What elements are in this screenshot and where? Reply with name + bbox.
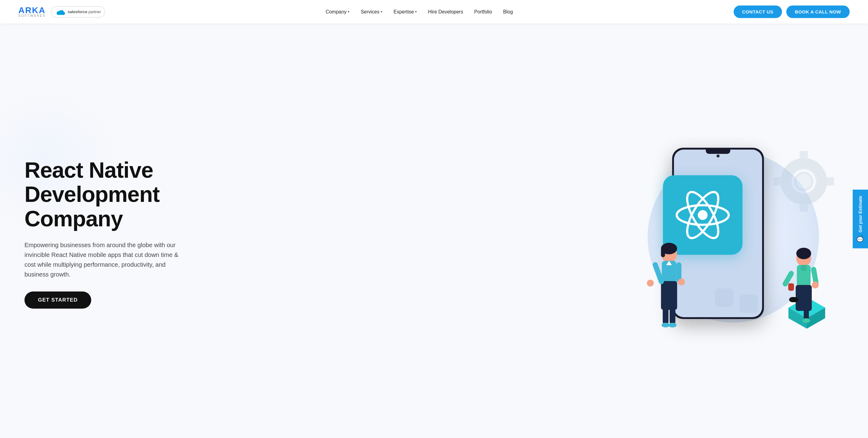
person-illustration-left: [642, 236, 696, 334]
phone-notch: [706, 149, 730, 154]
decoration-square-2: [740, 295, 758, 313]
nav-item-blog[interactable]: Blog: [503, 9, 513, 15]
svg-rect-3: [57, 12, 64, 15]
chevron-down-icon: ▾: [415, 10, 417, 14]
side-cta-button[interactable]: 💬 Get your Estimate: [853, 190, 868, 248]
svg-rect-28: [670, 307, 676, 324]
svg-point-32: [647, 279, 654, 287]
chevron-down-icon: ▾: [381, 10, 382, 14]
svg-rect-26: [661, 281, 677, 310]
get-started-button[interactable]: GET STARTED: [25, 292, 91, 309]
svg-point-16: [796, 174, 811, 189]
salesforce-cloud-icon: [55, 8, 66, 15]
person-illustration-right: [776, 242, 831, 334]
phone-camera: [716, 155, 719, 158]
svg-point-45: [789, 297, 798, 302]
hero-description: Empowering businesses from around the gl…: [25, 240, 184, 279]
svg-rect-23: [661, 249, 665, 257]
contact-us-button[interactable]: CONTACT US: [734, 5, 782, 18]
svg-point-39: [796, 248, 811, 259]
salesforce-badge: salesforce partner: [51, 6, 105, 18]
book-call-button[interactable]: BOOK A CALL NOW: [786, 5, 850, 18]
hero-illustration: [623, 129, 843, 337]
svg-rect-44: [804, 297, 809, 320]
svg-rect-41: [801, 265, 807, 271]
hero-title: React Native Development Company: [25, 158, 196, 231]
svg-point-30: [669, 323, 676, 327]
svg-rect-48: [788, 283, 794, 291]
chat-icon: 💬: [857, 236, 864, 242]
nav-actions: CONTACT US BOOK A CALL NOW: [734, 5, 850, 18]
salesforce-partner-text: salesforce partner: [68, 9, 101, 14]
nav-item-expertise[interactable]: Expertise ▾: [394, 9, 417, 15]
svg-point-34: [678, 278, 685, 285]
logo-area: ARKA SOFTWARES salesforce partner: [18, 6, 105, 18]
svg-rect-27: [663, 307, 669, 324]
svg-point-20: [698, 210, 708, 220]
brand-sub: SOFTWARES: [18, 14, 46, 18]
svg-point-29: [662, 323, 670, 327]
decoration-square-1: [715, 289, 733, 307]
nav-item-portfolio[interactable]: Portfolio: [474, 9, 492, 15]
svg-point-50: [812, 282, 819, 289]
svg-point-46: [803, 318, 810, 323]
nav-item-services[interactable]: Services ▾: [361, 9, 382, 15]
navbar: ARKA SOFTWARES salesforce partner Compan…: [0, 0, 868, 24]
nav-item-company[interactable]: Company ▾: [326, 9, 349, 15]
hero-section: React Native Development Company Empower…: [0, 24, 868, 437]
chevron-down-icon: ▾: [348, 10, 349, 14]
hero-content-left: React Native Development Company Empower…: [25, 158, 196, 309]
nav-item-hire[interactable]: Hire Developers: [428, 9, 463, 15]
arka-logo: ARKA SOFTWARES: [18, 6, 46, 18]
gear-icon: [770, 148, 837, 215]
brand-name: ARKA: [18, 6, 45, 15]
nav-links: Company ▾ Services ▾ Expertise ▾ Hire De…: [326, 9, 513, 15]
